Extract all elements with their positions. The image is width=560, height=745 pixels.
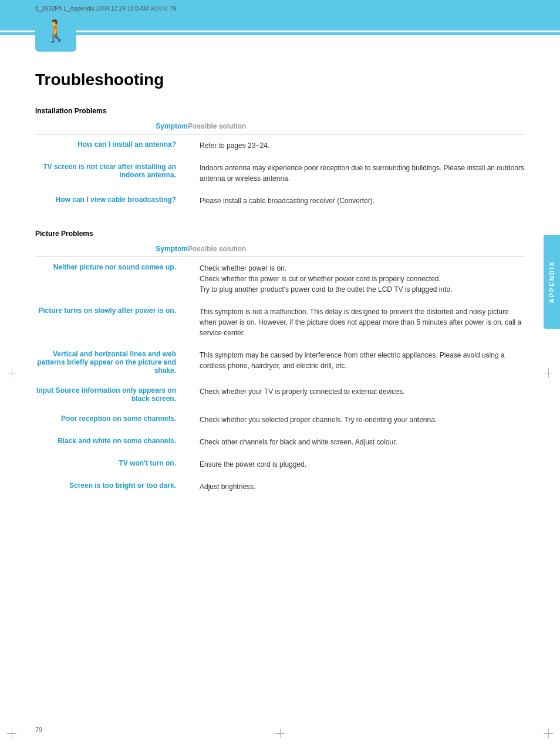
- table-row: Screen is too bright or too dark.Adjust …: [35, 476, 525, 498]
- installation-section-title: Installation Problems: [35, 107, 525, 115]
- solution-text: Refer to pages 23~24.: [200, 141, 269, 150]
- person-icon: 🚶: [43, 21, 69, 42]
- solution-cell: Indoors antenna may experience poor rece…: [188, 157, 525, 190]
- solution-text: Please install a cable broadcasting rece…: [200, 197, 375, 205]
- symptom-label: Black and white on some channels.: [35, 437, 176, 445]
- picture-col-symptom-header: Symptom: [35, 245, 188, 257]
- appendix-side-tab: APPENDIX: [544, 235, 560, 329]
- solution-text: Adjust brightness.: [200, 483, 255, 491]
- symptom-cell: Neither picture nor sound comes up.: [35, 257, 188, 301]
- installation-section: Installation Problems Symptom Possible s…: [35, 107, 525, 212]
- table-row: Picture turns on slowly after power is o…: [35, 301, 525, 344]
- solution-cell: Adjust brightness.: [188, 476, 525, 498]
- symptom-cell: How can I install an antenna?: [35, 134, 188, 157]
- symptom-label: Neither picture nor sound comes up.: [35, 263, 176, 271]
- symptom-label: Vertical and horizontal lines and web pa…: [35, 350, 176, 375]
- solution-text: Check whether power is on.Check whether …: [200, 264, 453, 294]
- solution-cell: Check whether your TV is properly connec…: [188, 380, 525, 409]
- picture-section: Picture Problems Symptom Possible soluti…: [35, 230, 525, 498]
- solution-text: This symptom may be caused by interferen…: [200, 351, 505, 370]
- solution-cell: Check whether power is on.Check whether …: [188, 257, 525, 301]
- symptom-label: Picture turns on slowly after power is o…: [35, 306, 176, 315]
- symptom-label: TV screen is not clear after installing …: [35, 163, 176, 179]
- installation-table: Symptom Possible solution How can I inst…: [35, 122, 525, 212]
- picture-col-solution-header: Possible solution: [188, 245, 525, 257]
- table-row: Input Source information only appears on…: [35, 380, 525, 409]
- table-row: TV screen is not clear after installing …: [35, 157, 525, 190]
- symptom-cell: Input Source information only appears on…: [35, 380, 188, 409]
- symptom-cell: TV won't turn on.: [35, 453, 188, 476]
- installation-col-symptom-header: Symptom: [35, 122, 188, 134]
- symptom-cell: Poor reception on some channels.: [35, 409, 188, 431]
- solution-cell: This symptom is not a malfunction. This …: [188, 301, 525, 344]
- installation-col-solution-header: Possible solution: [188, 122, 525, 134]
- symptom-cell: Black and white on some channels.: [35, 431, 188, 453]
- solution-cell: Please install a cable broadcasting rece…: [188, 190, 525, 212]
- table-row: Black and white on some channels.Check o…: [35, 431, 525, 453]
- crosshair-bottom-right: [544, 729, 553, 738]
- solution-text: Indoors antenna may experience poor rece…: [200, 164, 524, 183]
- solution-cell: Refer to pages 23~24.: [188, 134, 525, 157]
- picture-section-title: Picture Problems: [35, 230, 525, 238]
- symptom-cell: TV screen is not clear after installing …: [35, 157, 188, 190]
- file-info: 8_2632PA L_Appendix 2004.12.29 10:0 AM 페…: [35, 5, 176, 13]
- solution-cell: Check other channels for black and white…: [188, 431, 525, 453]
- symptom-label: Screen is too bright or too dark.: [35, 481, 176, 490]
- installation-header-row: Symptom Possible solution: [35, 122, 525, 134]
- side-tab-label: APPENDIX: [548, 261, 555, 303]
- symptom-label: Poor reception on some channels.: [35, 414, 176, 423]
- solution-text: Check whether your TV is properly connec…: [200, 387, 404, 396]
- crosshair-bottom-left: [7, 729, 16, 738]
- solution-cell: Check whether you selected proper channe…: [188, 409, 525, 431]
- symptom-cell: Screen is too bright or too dark.: [35, 476, 188, 498]
- main-content: Troubleshooting Installation Problems Sy…: [0, 35, 560, 539]
- page-number: 79: [35, 726, 42, 733]
- table-row: How can I view cable broadcasting?Please…: [35, 190, 525, 212]
- symptom-label: How can I install an antenna?: [35, 140, 176, 149]
- picture-header-row: Symptom Possible solution: [35, 245, 525, 257]
- solution-text: This symptom is not a malfunction. This …: [200, 308, 521, 337]
- header-icon-box: 🚶: [35, 11, 76, 52]
- crosshair-bottom-center: [275, 729, 285, 738]
- table-row: Neither picture nor sound comes up.Check…: [35, 257, 525, 301]
- symptom-label: Input Source information only appears on…: [35, 386, 176, 403]
- symptom-label: How can I view cable broadcasting?: [35, 195, 176, 204]
- table-row: How can I install an antenna?Refer to pa…: [35, 134, 525, 157]
- solution-text: Check whether you selected proper channe…: [200, 416, 437, 424]
- table-row: Vertical and horizontal lines and web pa…: [35, 344, 525, 380]
- symptom-cell: Vertical and horizontal lines and web pa…: [35, 344, 188, 380]
- symptom-cell: Picture turns on slowly after power is o…: [35, 301, 188, 344]
- symptom-label: TV won't turn on.: [35, 459, 176, 467]
- picture-table: Symptom Possible solution Neither pictur…: [35, 245, 525, 498]
- table-row: Poor reception on some channels.Check wh…: [35, 409, 525, 431]
- table-row: TV won't turn on.Ensure the power cord i…: [35, 453, 525, 476]
- solution-cell: Ensure the power cord is plugged.: [188, 453, 525, 476]
- page-title: Troubleshooting: [35, 70, 525, 89]
- symptom-cell: How can I view cable broadcasting?: [35, 190, 188, 212]
- solution-cell: This symptom may be caused by interferen…: [188, 344, 525, 380]
- solution-text: Ensure the power cord is plugged.: [200, 460, 306, 468]
- solution-text: Check other channels for black and white…: [200, 438, 397, 446]
